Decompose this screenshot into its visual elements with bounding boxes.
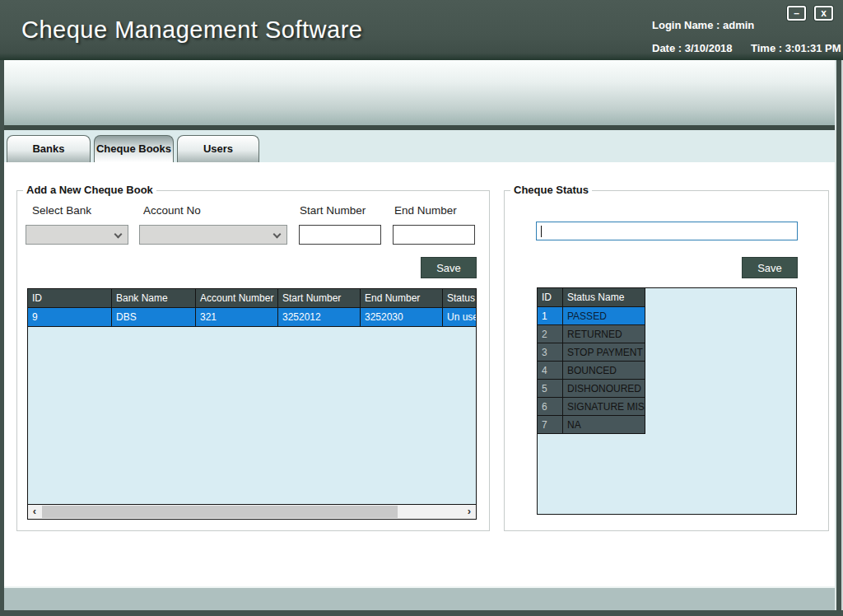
date-value: 3/10/2018 <box>685 42 733 54</box>
window-border-left <box>0 60 4 616</box>
cell-status-name: NA <box>563 416 645 434</box>
cheque-status-grid: ID Status Name 1 PASSED 2 RETURNED 3 STO… <box>537 287 797 515</box>
account-no-dropdown[interactable] <box>139 225 287 245</box>
status-name-input[interactable] <box>536 222 798 240</box>
chevron-down-icon <box>114 231 123 239</box>
cheque-books-grid: ID Bank Name Account Number Start Number… <box>27 288 477 520</box>
table-row[interactable]: 4 BOUNCED <box>538 362 646 380</box>
end-number-input[interactable] <box>393 225 475 245</box>
cell-end-number: 3252030 <box>361 308 443 327</box>
grid-header-row: ID Status Name <box>538 288 646 307</box>
select-bank-label: Select Bank <box>32 204 91 217</box>
cell-start-number: 3252012 <box>278 308 361 327</box>
scrollbar-thumb[interactable] <box>42 506 398 518</box>
account-no-label: Account No <box>143 204 201 217</box>
table-row[interactable]: 2 RETURNED <box>538 325 646 343</box>
cell-status: Un used <box>443 308 476 327</box>
column-header-id[interactable]: ID <box>538 288 563 307</box>
scroll-left-arrow-icon[interactable]: ‹ <box>28 505 41 519</box>
time: Time : 3:01:31 PM <box>751 42 841 54</box>
cell-id: 1 <box>538 307 563 325</box>
column-header-account-number[interactable]: Account Number <box>196 289 278 308</box>
horizontal-scrollbar[interactable]: ‹ › <box>28 504 476 519</box>
cell-status-name: SIGNATURE MIS... <box>563 398 645 416</box>
cell-id: 4 <box>538 362 563 380</box>
table-row[interactable]: 9 DBS 321 3252012 3252030 Un used <box>28 308 476 327</box>
app-window: Cheque Management Software – x Login Nam… <box>0 0 843 616</box>
minimize-button[interactable]: – <box>787 6 806 21</box>
cell-id: 9 <box>28 308 112 327</box>
cell-id: 2 <box>538 325 563 343</box>
tab-cheque-books-label: Cheque Books <box>96 142 171 155</box>
minimize-icon: – <box>794 7 799 19</box>
tab-page-cheque-books: Add a New Cheque Book Select Bank Accoun… <box>4 162 835 586</box>
save-button-label: Save <box>436 262 461 274</box>
close-button[interactable]: x <box>814 6 833 21</box>
tab-strip: Banks Cheque Books Users <box>4 130 837 162</box>
cheque-status-groupbox: Cheque Status Save ID Status Name 1 PASS… <box>504 190 829 531</box>
cell-account-number: 321 <box>196 308 278 327</box>
table-row[interactable]: 3 STOP PAYMENT <box>538 343 646 362</box>
column-header-id[interactable]: ID <box>28 289 112 308</box>
app-title: Cheque Management Software <box>21 16 362 44</box>
save-button-label: Save <box>757 262 782 274</box>
login-name: Login Name : admin <box>652 19 754 31</box>
column-header-start-number[interactable]: Start Number <box>278 289 361 308</box>
cell-status-name: RETURNED <box>563 325 645 343</box>
tab-users-label: Users <box>203 142 233 155</box>
table-row[interactable]: 1 PASSED <box>538 307 646 325</box>
time-label: Time : <box>751 42 782 54</box>
end-number-label: End Number <box>394 204 457 217</box>
tab-users[interactable]: Users <box>177 135 259 162</box>
time-value: 3:01:31 PM <box>785 42 841 54</box>
date-time: Date : 3/10/2018 Time : 3:01:31 PM <box>652 42 733 54</box>
grid-header-row: ID Bank Name Account Number Start Number… <box>28 289 476 308</box>
title-bar: Cheque Management Software – x Login Nam… <box>0 0 843 60</box>
window-border-bottom <box>0 610 843 616</box>
date-label: Date : <box>652 42 682 54</box>
add-cheque-book-title: Add a New Cheque Book <box>23 184 156 196</box>
table-row[interactable]: 7 NA <box>538 416 646 434</box>
cheque-book-save-button[interactable]: Save <box>421 257 477 278</box>
column-header-status[interactable]: Status <box>443 289 476 308</box>
login-name-value: admin <box>723 19 754 31</box>
login-name-label: Login Name : <box>652 19 720 31</box>
tab-banks-label: Banks <box>32 142 64 155</box>
text-cursor <box>541 226 542 237</box>
close-icon: x <box>821 7 827 19</box>
column-header-end-number[interactable]: End Number <box>361 289 443 308</box>
column-header-bank-name[interactable]: Bank Name <box>112 289 196 308</box>
cell-id: 6 <box>538 398 563 416</box>
start-number-input[interactable] <box>299 225 381 245</box>
table-row[interactable]: 6 SIGNATURE MIS... <box>538 398 646 416</box>
tab-cheque-books[interactable]: Cheque Books <box>94 135 174 162</box>
column-header-status-name[interactable]: Status Name <box>563 288 645 307</box>
chevron-down-icon <box>273 231 282 239</box>
select-bank-dropdown[interactable] <box>26 225 128 245</box>
table-row[interactable]: 5 DISHONOURED <box>538 380 646 398</box>
cheque-status-title: Cheque Status <box>510 184 592 196</box>
status-save-button[interactable]: Save <box>742 257 798 278</box>
status-strip <box>4 586 835 610</box>
scroll-right-arrow-icon[interactable]: › <box>463 505 476 519</box>
start-number-label: Start Number <box>300 204 366 217</box>
cell-status-name: DISHONOURED <box>563 380 645 398</box>
tab-banks[interactable]: Banks <box>7 135 91 162</box>
main-toolbar: CHEQUE MANAGE TOOLS <box>0 60 843 125</box>
cell-id: 3 <box>538 343 563 362</box>
cell-status-name: BOUNCED <box>563 362 645 380</box>
cell-bank-name: DBS <box>112 308 196 327</box>
add-cheque-book-groupbox: Add a New Cheque Book Select Bank Accoun… <box>16 190 490 531</box>
cell-status-name: PASSED <box>563 307 645 325</box>
cell-status-name: STOP PAYMENT <box>563 343 645 362</box>
cell-id: 7 <box>538 416 563 434</box>
cell-id: 5 <box>538 380 563 398</box>
window-border-right <box>835 60 843 616</box>
